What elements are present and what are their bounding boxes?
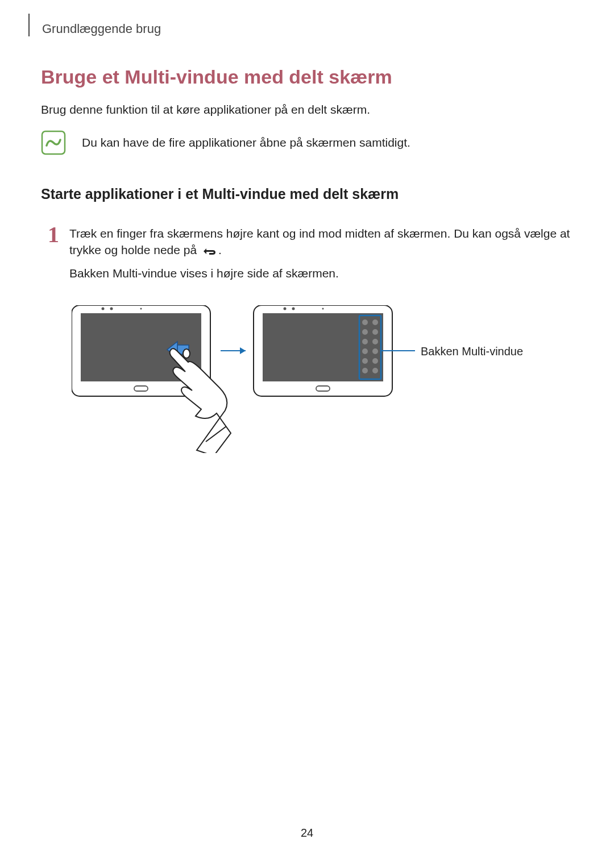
instruction-diagram — [72, 305, 515, 453]
step-text: Træk en finger fra skærmens højre kant o… — [69, 225, 573, 259]
svg-point-23 — [372, 348, 378, 354]
note-icon — [41, 130, 66, 155]
svg-point-24 — [362, 358, 368, 364]
diagram-callout-label: Bakken Multi-vindue — [421, 345, 523, 358]
running-header: Grundlæggende brug — [42, 22, 573, 36]
header-divider — [28, 14, 30, 36]
svg-point-2 — [102, 307, 105, 310]
diagram-container: Bakken Multi-vindue — [72, 305, 573, 453]
step-number: 1 — [41, 225, 59, 244]
step-text-part2: . — [218, 243, 222, 256]
page-number: 24 — [0, 827, 614, 840]
step-followup: Bakken Multi-vindue vises i højre side a… — [69, 267, 573, 280]
svg-point-20 — [362, 339, 368, 344]
svg-point-21 — [372, 339, 378, 344]
svg-point-19 — [372, 329, 378, 335]
svg-point-3 — [110, 307, 113, 310]
note-text: Du kan have de fire applikationer åbne p… — [82, 136, 410, 149]
svg-point-16 — [362, 319, 368, 325]
svg-point-11 — [292, 307, 295, 310]
svg-point-17 — [372, 319, 378, 325]
intro-paragraph: Brug denne funktion til at køre applikat… — [41, 103, 573, 117]
svg-point-26 — [362, 368, 368, 373]
svg-point-31 — [183, 349, 190, 358]
svg-point-10 — [284, 307, 287, 310]
section-heading: Bruge et Multi-vindue med delt skærm — [41, 66, 573, 88]
svg-point-22 — [362, 348, 368, 354]
note-block: Du kan have de fire applikationer åbne p… — [41, 130, 573, 155]
back-icon — [201, 246, 217, 256]
svg-point-4 — [140, 308, 142, 309]
svg-point-18 — [362, 329, 368, 335]
svg-point-12 — [322, 308, 324, 309]
subsection-heading: Starte applikationer i et Multi-vindue m… — [41, 186, 573, 202]
step-text-part1: Træk en finger fra skærmens højre kant o… — [69, 227, 570, 256]
svg-point-27 — [372, 368, 378, 373]
svg-point-25 — [372, 358, 378, 364]
step-1: 1 Træk en finger fra skærmens højre kant… — [41, 225, 573, 292]
svg-marker-8 — [240, 347, 246, 354]
